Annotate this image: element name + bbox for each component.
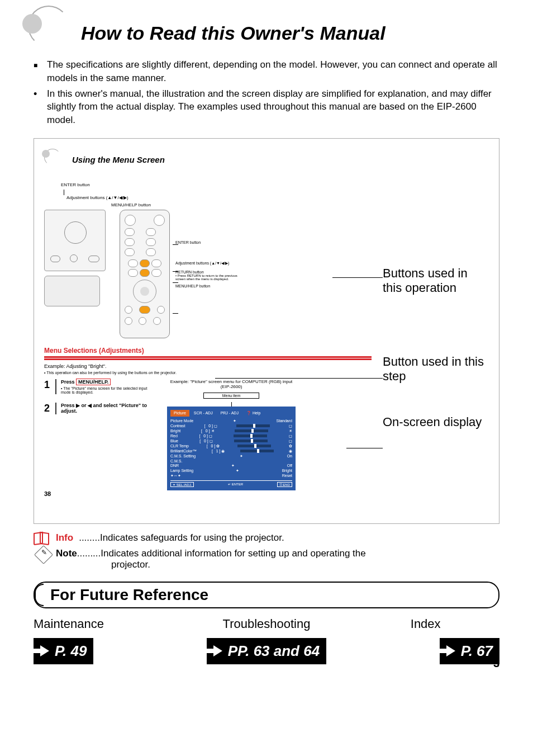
example-figure: Using the Menu Screen ENTER button Adjus… — [34, 138, 499, 524]
intro-para-1: The specifications are slightly differen… — [47, 58, 499, 85]
annotation-line-3 — [346, 448, 383, 448]
osd-sel: SEL./ADJ. — [177, 483, 192, 486]
note-text-pre: .........Indicates additional informatio… — [77, 548, 366, 559]
osd-lamp: Lamp Setting — [170, 469, 193, 472]
annotation-line-2 — [215, 378, 383, 379]
annotation-buttons-used: Buttons used in this operation — [383, 266, 489, 296]
info-text: ........Indicates safeguards for using t… — [79, 532, 284, 544]
troubleshooting-page-ref: PP. 63 and 64 — [207, 638, 326, 664]
osd-picture-mode: Picture Mode — [170, 419, 193, 423]
info-label: Info — [56, 532, 73, 544]
projector-body-diagram — [44, 276, 100, 306]
annotation-button-step: Button used in this step — [383, 355, 489, 384]
osd-dnr-val: Off — [287, 464, 292, 467]
menu-help-label-a: MENU/HELP button — [111, 202, 372, 207]
arrow-icon — [213, 645, 222, 656]
page-title: How to Read this Owner's Manual — [81, 22, 499, 44]
step1-pre: Press — [61, 379, 76, 385]
intro-section: The specifications are slightly differen… — [34, 58, 499, 127]
osd-clr-temp: CLR Temp — [170, 444, 189, 448]
intro-para-2: In this owner's manual, the illustration… — [47, 87, 499, 127]
page-number: 3 — [493, 657, 499, 670]
example-page-number: 38 — [44, 490, 372, 497]
return-note: • Press RETURN to return to the previous… — [175, 274, 248, 281]
note-label: Note — [56, 548, 77, 559]
return-button-label: RETURN button — [175, 270, 248, 274]
adjustment-buttons-label-b: Adjustment buttons (▲/▼/◀/▶) — [175, 261, 248, 266]
menu-screen-callout: Example: "Picture" screen menu for COMPU… — [167, 379, 296, 389]
example-operation-note: • This operation can also be performed b… — [44, 371, 372, 375]
annotation-line-1 — [332, 277, 383, 278]
title-header: How to Read this Owner's Manual — [34, 11, 499, 44]
adjustment-buttons-label-a: Adjustment buttons (▲/▼/◀/▶) — [66, 195, 372, 200]
menu-help-label-b: MENU/HELP button — [175, 284, 248, 288]
note-text-post: projector. — [111, 559, 366, 570]
troubleshooting-page: PP. 63 and 64 — [228, 642, 320, 660]
osd-contrast: Contrast — [170, 424, 185, 428]
osd-red: Red — [170, 434, 178, 438]
osd-tab-scr: SCR - ADJ — [191, 410, 216, 417]
pencil-note-icon — [34, 545, 53, 564]
book-icon — [34, 532, 49, 544]
maintenance-label: Maintenance — [34, 617, 182, 631]
highlighted-button-2 — [140, 269, 150, 277]
step1-sub: • The "Picture" menu screen for the sele… — [61, 386, 156, 394]
dot-bullet-icon — [34, 87, 47, 127]
projector-control-diagram — [44, 210, 106, 271]
troubleshooting-label: Troubleshooting — [193, 617, 341, 631]
on-screen-display-box: Picture SCR - ADJ PRJ - ADJ ❓ Help Pictu… — [167, 407, 296, 490]
index-page: P. 67 — [461, 642, 493, 660]
small-decoration — [44, 149, 66, 171]
title-decoration — [22, 11, 78, 50]
menu-selections-heading: Menu Selections (Adjustments) — [44, 347, 372, 358]
enter-button-label-b: ENTER button — [175, 240, 248, 244]
osd-bright: Bright — [170, 429, 180, 433]
index-page-ref: P. 67 — [440, 638, 499, 664]
osd-dnr: DNR — [170, 464, 179, 467]
osd-end: END — [283, 483, 290, 486]
arrow-icon — [40, 645, 49, 656]
osd-lamp-val: Bright — [282, 469, 292, 472]
info-row: Info ........Indicates safeguards for us… — [34, 532, 499, 544]
osd-picture-mode-val: Standard — [277, 419, 292, 423]
note-row: Note.........Indicates additional inform… — [34, 548, 499, 570]
osd-tab-help: ❓ Help — [243, 410, 264, 417]
example-adjusting-text: Example: Adjusting "Bright". — [44, 363, 372, 369]
osd-brilliant: BrilliantColor™ — [170, 449, 197, 453]
annotation-onscreen: On-screen display — [383, 415, 489, 429]
osd-enter: ↵ ENTER — [228, 482, 243, 487]
remote-control-diagram — [120, 210, 170, 338]
step-number-1: 1 — [44, 379, 56, 394]
step2-text: Press ▶ or ◀ and select "Picture" to adj… — [56, 403, 156, 414]
step-number-2: 2 — [44, 403, 56, 414]
maintenance-page: P. 49 — [55, 642, 87, 660]
step1-highlighted-word: MENU/HELP. — [76, 379, 111, 385]
index-label: Index — [351, 617, 499, 631]
example-title: Using the Menu Screen — [72, 155, 165, 164]
osd-tab-prj: PRJ - ADJ — [217, 410, 242, 417]
osd-cms-setting: C.M.S. Setting — [170, 454, 196, 458]
highlighted-button-3 — [139, 306, 150, 314]
maintenance-page-ref: P. 49 — [34, 638, 93, 664]
highlighted-button-1 — [140, 259, 150, 267]
osd-cms: C.M.S. — [170, 459, 182, 463]
osd-tab-picture: Picture — [170, 410, 189, 417]
osd-reset: Reset — [282, 474, 292, 478]
osd-blue: Blue — [170, 439, 178, 443]
menu-item-label: Menu item — [203, 393, 259, 399]
arrow-icon — [446, 645, 455, 656]
future-reference-title: For Future Reference — [34, 582, 499, 608]
enter-button-label-a: ENTER button — [61, 182, 372, 187]
square-bullet-icon — [34, 58, 47, 85]
osd-on-val: On — [287, 454, 292, 458]
